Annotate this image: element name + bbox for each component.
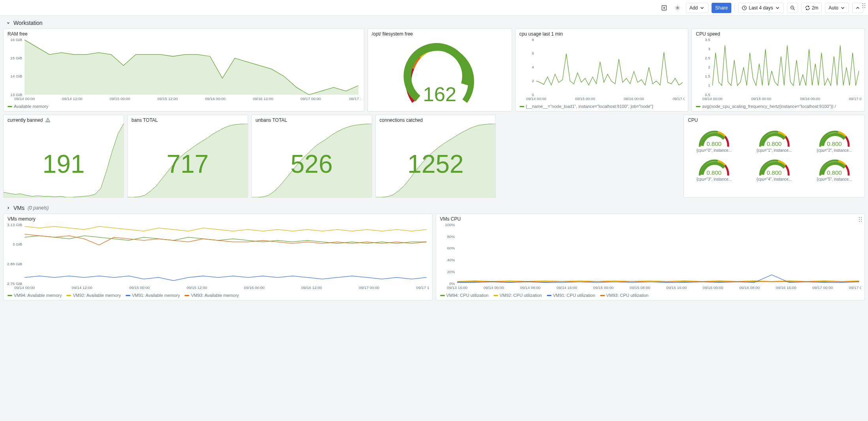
panel-vms-cpu[interactable]: VMs CPU 0%20%40%60%80%100%09/13 16:0009/… <box>436 213 865 300</box>
svg-point-70 <box>861 221 862 222</box>
gauge-value: 0.800 <box>707 140 722 147</box>
refresh-icon <box>805 5 810 11</box>
svg-text:4: 4 <box>532 65 534 69</box>
svg-point-50 <box>864 5 865 6</box>
legend-item[interactable]: VM91: CPU utilization <box>547 293 595 298</box>
legend-item[interactable]: Available memory <box>8 104 48 109</box>
panel-vms-memory[interactable]: VMs memory 2.75 GiB2.88 GiB3 GiB3.13 GiB… <box>3 213 433 300</box>
legend-item[interactable]: avg(node_cpu_scaling_frequency_hertz{ins… <box>696 104 836 109</box>
svg-text:09/17 00:00: 09/17 00:00 <box>849 96 861 101</box>
gauge-value: 0.800 <box>707 169 722 176</box>
legend-item[interactable]: VM94: Available memory <box>8 293 62 298</box>
svg-text:09/14 00:00: 09/14 00:00 <box>14 96 35 101</box>
legend-item[interactable]: VM93: CPU utilization <box>600 293 649 298</box>
cpu-mini-gauge: 0.800 {cpu="0", instance... <box>685 125 742 153</box>
svg-text:60%: 60% <box>447 246 455 250</box>
chart-cpu-load1[interactable]: 0246809/14 00:0009/15 00:0009/16 00:0009… <box>516 38 688 103</box>
svg-text:09/17 12:00: 09/17 12:00 <box>416 285 429 290</box>
svg-text:16 GiB: 16 GiB <box>10 38 22 42</box>
legend-item[interactable]: VM92: CPU utilization <box>493 293 542 298</box>
panel-title-text: VMs memory <box>8 216 36 222</box>
section-header-workstation[interactable]: Workstation <box>0 16 868 28</box>
chart-currently-banned: 191 <box>4 124 124 197</box>
svg-text:09/16 00:00: 09/16 00:00 <box>205 96 226 101</box>
panel-cpu-load1[interactable]: cpu usage last 1 min 0246809/14 00:0009/… <box>515 28 689 111</box>
svg-text:09/16 12:00: 09/16 12:00 <box>301 285 322 290</box>
zoom-out-button[interactable] <box>787 3 798 13</box>
chart-vms-memory[interactable]: 2.75 GiB2.88 GiB3 GiB3.13 GiB09/14 00:00… <box>4 223 432 292</box>
panel-unbans-total[interactable]: unbans TOTAL 526 <box>251 115 372 198</box>
svg-point-47 <box>862 3 863 4</box>
panel-cpu-multi[interactable]: CPU 0.800 {cpu="0", instance... 0.800 {c… <box>683 115 865 198</box>
chart-cpu-speed[interactable]: 0.511.522.533.509/14 00:0009/15 00:0009/… <box>692 38 864 103</box>
chart-bans-total: 717 <box>128 124 248 197</box>
section-header-vms[interactable]: VMs (0 panels) <box>0 201 868 213</box>
chevron-down-icon <box>840 5 845 11</box>
share-button[interactable]: Share <box>712 3 731 13</box>
share-label: Share <box>715 5 728 11</box>
chart-connections-catched: 1252 <box>376 124 496 197</box>
svg-text:09/15 16:00: 09/15 16:00 <box>666 285 687 290</box>
svg-text:09/16 00:00: 09/16 00:00 <box>244 285 265 290</box>
legend-swatch <box>8 106 12 107</box>
legend-item[interactable]: VM92: Available memory <box>66 293 121 298</box>
svg-text:2.5: 2.5 <box>705 56 710 60</box>
svg-text:09/16 00:00: 09/16 00:00 <box>624 96 644 101</box>
svg-text:09/14 00:00: 09/14 00:00 <box>483 285 504 290</box>
chevron-down-icon <box>775 5 780 11</box>
svg-text:09/15 00:00: 09/15 00:00 <box>575 96 595 101</box>
add-dropdown-button[interactable]: Add <box>686 3 708 13</box>
svg-text:09/15 00:00: 09/15 00:00 <box>129 285 150 290</box>
drag-handle-icon[interactable] <box>862 2 866 9</box>
svg-text:09/15 08:00: 09/15 08:00 <box>629 285 650 290</box>
svg-text:80%: 80% <box>447 234 455 239</box>
time-range-button[interactable]: Last 4 days <box>738 3 783 13</box>
panel-bans-total[interactable]: bans TOTAL 717 <box>127 115 248 198</box>
panel-connections-catched[interactable]: connections catched 1252 <box>375 115 496 198</box>
panel-currently-banned[interactable]: currently banned 191 <box>3 115 124 198</box>
section-title: VMs <box>13 205 24 211</box>
settings-icon-button[interactable] <box>672 3 683 13</box>
stat-value: 526 <box>290 151 333 177</box>
svg-text:0: 0 <box>532 93 534 97</box>
panel-ram-free[interactable]: RAM free 13 GiB14 GiB15 GiB16 GiB09/14 0… <box>3 28 364 111</box>
svg-text:09/15 00:00: 09/15 00:00 <box>110 96 130 101</box>
svg-text:09/17 00:00: 09/17 00:00 <box>672 96 685 101</box>
legend-label: Available memory <box>14 104 48 109</box>
svg-text:09/16 00:00: 09/16 00:00 <box>800 96 820 101</box>
svg-text:6: 6 <box>532 51 534 55</box>
legend-item[interactable]: VM93: Available memory <box>185 293 239 298</box>
panel-title-text: cpu usage last 1 min <box>520 31 563 37</box>
add-panel-icon-button[interactable] <box>659 3 669 13</box>
svg-text:2: 2 <box>708 65 710 69</box>
gauge-label: {cpu="5", instance... <box>817 177 852 181</box>
legend-swatch <box>185 295 189 296</box>
svg-text:09/15 00:00: 09/15 00:00 <box>751 96 772 101</box>
svg-text:09/16 08:00: 09/16 08:00 <box>739 285 760 290</box>
legend-item[interactable]: VM94: CPU utilization <box>440 293 489 298</box>
panel-title-text: currently banned <box>8 117 43 123</box>
chart-ram-free[interactable]: 13 GiB14 GiB15 GiB16 GiB09/14 00:0009/14… <box>4 38 364 103</box>
svg-text:1: 1 <box>708 83 710 87</box>
svg-text:0%: 0% <box>449 281 455 286</box>
svg-text:1.5: 1.5 <box>705 74 710 78</box>
chart-vms-cpu[interactable]: 0%20%40%60%80%100%09/13 16:0009/14 00:00… <box>436 223 865 292</box>
legend-item[interactable]: VM91: Available memory <box>126 293 180 298</box>
svg-text:09/17 08:00: 09/17 08:00 <box>849 285 861 290</box>
vms-row: VMs memory 2.75 GiB2.88 GiB3 GiB3.13 GiB… <box>0 213 868 304</box>
refresh-auto-button[interactable]: Auto <box>825 3 849 13</box>
legend-item[interactable]: {__name__="node_load1", instance="localh… <box>520 104 653 109</box>
refresh-button[interactable]: 2m <box>801 3 822 13</box>
panel-cpu-speed[interactable]: CPU speed 0.511.522.533.509/14 00:0009/1… <box>691 28 865 111</box>
legend-label: VM92: CPU utilization <box>500 293 542 298</box>
panel-title-text: CPU <box>688 117 698 123</box>
svg-text:15 GiB: 15 GiB <box>10 56 22 60</box>
panel-opt-fs[interactable]: /opt/ filesystem free 162 <box>367 28 512 111</box>
drag-handle-icon[interactable] <box>858 216 863 223</box>
svg-text:09/17 00:00: 09/17 00:00 <box>359 285 380 290</box>
legend-vms-memory: VM94: Available memoryVM92: Available me… <box>4 292 432 300</box>
legend-label: VM93: Available memory <box>191 293 239 298</box>
svg-point-65 <box>859 217 860 218</box>
cpu-mini-gauge: 0.800 {cpu="2", instance... <box>806 125 863 153</box>
svg-point-49 <box>862 5 863 6</box>
